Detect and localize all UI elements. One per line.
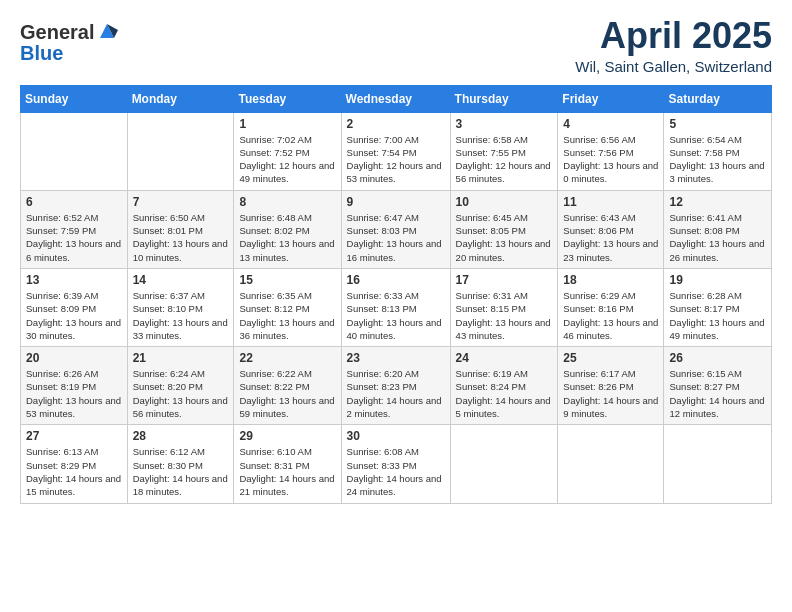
calendar-cell-w2-d2: 7Sunrise: 6:50 AMSunset: 8:01 PMDaylight… (127, 190, 234, 268)
day-info: Sunrise: 6:10 AMSunset: 8:31 PMDaylight:… (239, 445, 335, 498)
day-number: 13 (26, 273, 122, 287)
day-number: 6 (26, 195, 122, 209)
day-number: 26 (669, 351, 766, 365)
day-info: Sunrise: 6:50 AMSunset: 8:01 PMDaylight:… (133, 211, 229, 264)
calendar-cell-w2-d3: 8Sunrise: 6:48 AMSunset: 8:02 PMDaylight… (234, 190, 341, 268)
calendar-cell-w4-d4: 23Sunrise: 6:20 AMSunset: 8:23 PMDayligh… (341, 347, 450, 425)
day-info: Sunrise: 6:56 AMSunset: 7:56 PMDaylight:… (563, 133, 658, 186)
week-row-4: 20Sunrise: 6:26 AMSunset: 8:19 PMDayligh… (21, 347, 772, 425)
calendar-cell-w1-d3: 1Sunrise: 7:02 AMSunset: 7:52 PMDaylight… (234, 112, 341, 190)
col-monday: Monday (127, 85, 234, 112)
calendar-cell-w3-d2: 14Sunrise: 6:37 AMSunset: 8:10 PMDayligh… (127, 268, 234, 346)
day-info: Sunrise: 7:00 AMSunset: 7:54 PMDaylight:… (347, 133, 445, 186)
day-number: 1 (239, 117, 335, 131)
day-number: 7 (133, 195, 229, 209)
calendar-cell-w1-d6: 4Sunrise: 6:56 AMSunset: 7:56 PMDaylight… (558, 112, 664, 190)
day-number: 8 (239, 195, 335, 209)
calendar-cell-w1-d1 (21, 112, 128, 190)
day-info: Sunrise: 6:41 AMSunset: 8:08 PMDaylight:… (669, 211, 766, 264)
calendar-cell-w4-d3: 22Sunrise: 6:22 AMSunset: 8:22 PMDayligh… (234, 347, 341, 425)
calendar-cell-w5-d5 (450, 425, 558, 503)
col-tuesday: Tuesday (234, 85, 341, 112)
day-info: Sunrise: 6:48 AMSunset: 8:02 PMDaylight:… (239, 211, 335, 264)
day-info: Sunrise: 6:28 AMSunset: 8:17 PMDaylight:… (669, 289, 766, 342)
calendar-cell-w3-d4: 16Sunrise: 6:33 AMSunset: 8:13 PMDayligh… (341, 268, 450, 346)
day-info: Sunrise: 6:20 AMSunset: 8:23 PMDaylight:… (347, 367, 445, 420)
calendar-cell-w4-d5: 24Sunrise: 6:19 AMSunset: 8:24 PMDayligh… (450, 347, 558, 425)
calendar-cell-w5-d2: 28Sunrise: 6:12 AMSunset: 8:30 PMDayligh… (127, 425, 234, 503)
calendar-cell-w2-d6: 11Sunrise: 6:43 AMSunset: 8:06 PMDayligh… (558, 190, 664, 268)
col-friday: Friday (558, 85, 664, 112)
week-row-1: 1Sunrise: 7:02 AMSunset: 7:52 PMDaylight… (21, 112, 772, 190)
calendar-cell-w5-d1: 27Sunrise: 6:13 AMSunset: 8:29 PMDayligh… (21, 425, 128, 503)
col-thursday: Thursday (450, 85, 558, 112)
calendar-cell-w2-d5: 10Sunrise: 6:45 AMSunset: 8:05 PMDayligh… (450, 190, 558, 268)
logo-blue-text: Blue (20, 42, 63, 65)
day-number: 27 (26, 429, 122, 443)
col-wednesday: Wednesday (341, 85, 450, 112)
day-number: 30 (347, 429, 445, 443)
day-info: Sunrise: 6:33 AMSunset: 8:13 PMDaylight:… (347, 289, 445, 342)
calendar-cell-w3-d1: 13Sunrise: 6:39 AMSunset: 8:09 PMDayligh… (21, 268, 128, 346)
day-info: Sunrise: 6:19 AMSunset: 8:24 PMDaylight:… (456, 367, 553, 420)
day-info: Sunrise: 6:17 AMSunset: 8:26 PMDaylight:… (563, 367, 658, 420)
calendar-cell-w3-d6: 18Sunrise: 6:29 AMSunset: 8:16 PMDayligh… (558, 268, 664, 346)
day-info: Sunrise: 6:29 AMSunset: 8:16 PMDaylight:… (563, 289, 658, 342)
calendar-cell-w2-d4: 9Sunrise: 6:47 AMSunset: 8:03 PMDaylight… (341, 190, 450, 268)
calendar-cell-w3-d3: 15Sunrise: 6:35 AMSunset: 8:12 PMDayligh… (234, 268, 341, 346)
title-block: April 2025 Wil, Saint Gallen, Switzerlan… (575, 16, 772, 75)
day-info: Sunrise: 7:02 AMSunset: 7:52 PMDaylight:… (239, 133, 335, 186)
day-info: Sunrise: 6:13 AMSunset: 8:29 PMDaylight:… (26, 445, 122, 498)
day-number: 5 (669, 117, 766, 131)
week-row-5: 27Sunrise: 6:13 AMSunset: 8:29 PMDayligh… (21, 425, 772, 503)
day-number: 18 (563, 273, 658, 287)
day-info: Sunrise: 6:15 AMSunset: 8:27 PMDaylight:… (669, 367, 766, 420)
col-sunday: Sunday (21, 85, 128, 112)
calendar-table: Sunday Monday Tuesday Wednesday Thursday… (20, 85, 772, 504)
calendar-cell-w1-d7: 5Sunrise: 6:54 AMSunset: 7:58 PMDaylight… (664, 112, 772, 190)
calendar-cell-w5-d3: 29Sunrise: 6:10 AMSunset: 8:31 PMDayligh… (234, 425, 341, 503)
day-info: Sunrise: 6:58 AMSunset: 7:55 PMDaylight:… (456, 133, 553, 186)
location-title: Wil, Saint Gallen, Switzerland (575, 58, 772, 75)
day-number: 11 (563, 195, 658, 209)
calendar-cell-w3-d7: 19Sunrise: 6:28 AMSunset: 8:17 PMDayligh… (664, 268, 772, 346)
day-info: Sunrise: 6:37 AMSunset: 8:10 PMDaylight:… (133, 289, 229, 342)
col-saturday: Saturday (664, 85, 772, 112)
header: General Blue April 2025 Wil, Saint Galle… (20, 16, 772, 75)
day-info: Sunrise: 6:52 AMSunset: 7:59 PMDaylight:… (26, 211, 122, 264)
calendar-cell-w4-d7: 26Sunrise: 6:15 AMSunset: 8:27 PMDayligh… (664, 347, 772, 425)
day-info: Sunrise: 6:47 AMSunset: 8:03 PMDaylight:… (347, 211, 445, 264)
logo-icon (96, 20, 118, 42)
day-number: 23 (347, 351, 445, 365)
calendar-header-row: Sunday Monday Tuesday Wednesday Thursday… (21, 85, 772, 112)
day-number: 10 (456, 195, 553, 209)
month-title: April 2025 (575, 16, 772, 56)
day-info: Sunrise: 6:24 AMSunset: 8:20 PMDaylight:… (133, 367, 229, 420)
day-number: 12 (669, 195, 766, 209)
day-info: Sunrise: 6:31 AMSunset: 8:15 PMDaylight:… (456, 289, 553, 342)
day-number: 14 (133, 273, 229, 287)
logo: General Blue (20, 16, 118, 65)
day-number: 2 (347, 117, 445, 131)
calendar-cell-w1-d2 (127, 112, 234, 190)
calendar-cell-w4-d2: 21Sunrise: 6:24 AMSunset: 8:20 PMDayligh… (127, 347, 234, 425)
day-number: 29 (239, 429, 335, 443)
day-info: Sunrise: 6:22 AMSunset: 8:22 PMDaylight:… (239, 367, 335, 420)
calendar-cell-w5-d4: 30Sunrise: 6:08 AMSunset: 8:33 PMDayligh… (341, 425, 450, 503)
day-info: Sunrise: 6:43 AMSunset: 8:06 PMDaylight:… (563, 211, 658, 264)
day-number: 20 (26, 351, 122, 365)
day-info: Sunrise: 6:08 AMSunset: 8:33 PMDaylight:… (347, 445, 445, 498)
day-number: 9 (347, 195, 445, 209)
calendar-cell-w1-d5: 3Sunrise: 6:58 AMSunset: 7:55 PMDaylight… (450, 112, 558, 190)
day-info: Sunrise: 6:12 AMSunset: 8:30 PMDaylight:… (133, 445, 229, 498)
calendar-cell-w4-d6: 25Sunrise: 6:17 AMSunset: 8:26 PMDayligh… (558, 347, 664, 425)
calendar-cell-w5-d6 (558, 425, 664, 503)
week-row-3: 13Sunrise: 6:39 AMSunset: 8:09 PMDayligh… (21, 268, 772, 346)
day-number: 16 (347, 273, 445, 287)
day-number: 22 (239, 351, 335, 365)
day-info: Sunrise: 6:45 AMSunset: 8:05 PMDaylight:… (456, 211, 553, 264)
calendar-cell-w4-d1: 20Sunrise: 6:26 AMSunset: 8:19 PMDayligh… (21, 347, 128, 425)
calendar-cell-w2-d7: 12Sunrise: 6:41 AMSunset: 8:08 PMDayligh… (664, 190, 772, 268)
day-number: 19 (669, 273, 766, 287)
calendar-cell-w1-d4: 2Sunrise: 7:00 AMSunset: 7:54 PMDaylight… (341, 112, 450, 190)
